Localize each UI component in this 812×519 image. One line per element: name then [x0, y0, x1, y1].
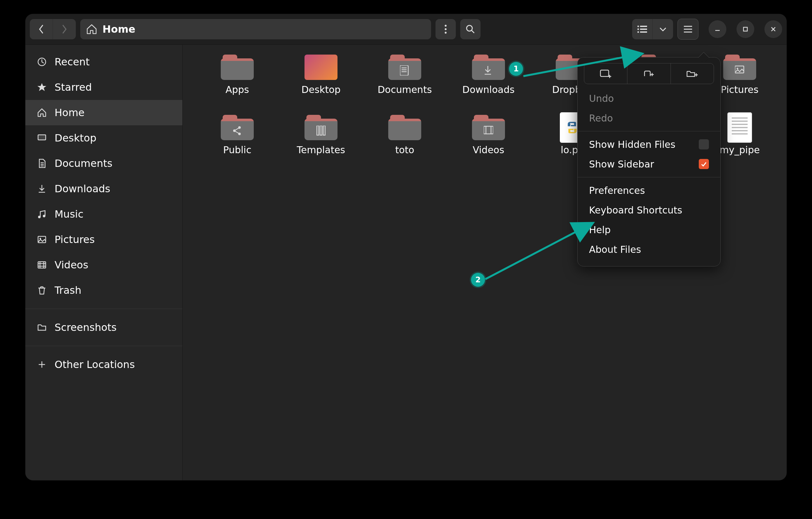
pathbar[interactable]: Home — [80, 19, 431, 39]
clock-icon — [36, 56, 48, 67]
popover-action-row — [584, 63, 714, 84]
folder-icon — [388, 55, 421, 80]
sidebar-item-videos[interactable]: Videos — [25, 252, 182, 278]
close-button[interactable] — [764, 20, 782, 38]
svg-rect-31 — [38, 262, 46, 268]
path-options-button[interactable] — [435, 19, 456, 39]
svg-rect-10 — [640, 31, 647, 33]
svg-point-51 — [737, 68, 738, 69]
search-button[interactable] — [460, 19, 481, 39]
new-window-icon — [600, 68, 612, 79]
file-label: Public — [223, 144, 252, 156]
file-label: Desktop — [301, 84, 341, 95]
sidebar-item-label: Trash — [55, 284, 82, 296]
file-label: Apps — [226, 84, 249, 95]
document-icon — [36, 158, 48, 169]
forward-button[interactable] — [53, 19, 76, 39]
new-window-button[interactable] — [584, 63, 628, 84]
folder-icon — [388, 115, 421, 140]
maximize-button[interactable] — [736, 20, 754, 38]
file-label: my_pipe — [720, 144, 760, 156]
back-button[interactable] — [30, 19, 53, 39]
svg-point-64 — [573, 131, 574, 132]
trash-icon — [36, 285, 48, 296]
svg-point-30 — [40, 238, 41, 239]
svg-point-5 — [638, 26, 639, 27]
sidebar-item-desktop[interactable]: Desktop — [25, 125, 182, 151]
new-tab-icon — [643, 68, 655, 79]
menu-shortcuts[interactable]: Keyboard Shortcuts — [578, 200, 720, 220]
file-item[interactable]: Templates — [279, 113, 363, 174]
file-item[interactable]: toto — [363, 113, 446, 174]
file-item[interactable]: Videos — [446, 113, 530, 174]
sidebar-other-locations[interactable]: Other Locations — [25, 352, 182, 377]
hamburger-menu-button[interactable] — [677, 19, 698, 40]
menu-undo[interactable]: Undo — [578, 88, 720, 108]
chevron-right-icon — [61, 24, 68, 35]
sidebar-item-label: Downloads — [55, 183, 110, 195]
file-item[interactable]: Documents — [363, 53, 446, 113]
desktop-icon — [36, 132, 48, 144]
folder-icon — [221, 55, 254, 80]
sidebar-item-home[interactable]: Home — [25, 100, 182, 125]
svg-point-27 — [38, 216, 40, 218]
svg-rect-67 — [601, 70, 609, 77]
svg-line-4 — [472, 30, 474, 33]
file-item[interactable]: Public — [195, 113, 279, 174]
view-dropdown-button[interactable] — [653, 19, 673, 39]
svg-rect-58 — [320, 126, 322, 135]
minimize-button[interactable] — [708, 20, 726, 38]
checkbox-checked-icon — [699, 159, 709, 169]
svg-rect-60 — [484, 126, 493, 134]
music-icon — [36, 208, 48, 220]
menu-redo[interactable]: Redo — [578, 108, 720, 128]
sidebar-item-screenshots[interactable]: Screenshots — [25, 315, 182, 340]
svg-point-1 — [445, 28, 446, 30]
sidebar-item-music[interactable]: Music — [25, 201, 182, 227]
view-switcher — [632, 19, 673, 39]
svg-point-7 — [638, 29, 639, 30]
menu-about[interactable]: About Files — [578, 239, 720, 259]
sidebar-item-recent[interactable]: Recent — [25, 49, 182, 75]
svg-line-55 — [235, 128, 238, 130]
file-item[interactable]: Downloads — [446, 53, 530, 113]
sidebar-item-documents[interactable]: Documents — [25, 151, 182, 176]
svg-point-63 — [570, 123, 571, 124]
folder-icon — [472, 55, 505, 80]
svg-point-0 — [445, 25, 446, 27]
sidebar-item-downloads[interactable]: Downloads — [25, 176, 182, 201]
svg-line-56 — [235, 131, 238, 133]
svg-point-28 — [43, 215, 46, 217]
new-tab-button[interactable] — [628, 63, 670, 84]
file-label: Downloads — [462, 84, 515, 95]
new-folder-button[interactable] — [671, 63, 714, 84]
svg-point-2 — [445, 32, 446, 34]
file-manager-window: Home — [25, 14, 787, 480]
sidebar-item-label: Videos — [55, 259, 88, 271]
file-item[interactable]: Apps — [195, 53, 279, 113]
menu-help[interactable]: Help — [578, 220, 720, 239]
file-item[interactable]: Desktop — [279, 53, 363, 113]
sidebar-item-pictures[interactable]: Pictures — [25, 227, 182, 252]
menu-preferences[interactable]: Preferences — [578, 180, 720, 200]
close-icon — [770, 26, 777, 32]
sidebar-item-trash[interactable]: Trash — [25, 278, 182, 303]
video-icon — [36, 259, 48, 270]
chevron-left-icon — [38, 24, 45, 35]
sidebar-item-label: Desktop — [55, 132, 96, 144]
menu-show-sidebar[interactable]: Show Sidebar — [578, 154, 720, 174]
maximize-icon — [742, 26, 749, 32]
svg-point-9 — [638, 31, 639, 33]
desktop-icon — [304, 55, 338, 80]
search-icon — [465, 24, 475, 34]
sidebar-item-label: Music — [55, 208, 83, 220]
sidebar-item-starred[interactable]: Starred — [25, 75, 182, 100]
folder-icon — [36, 322, 48, 333]
sidebar-item-label: Home — [55, 107, 85, 119]
menu-show-hidden[interactable]: Show Hidden Files — [578, 135, 720, 154]
folder-icon — [472, 115, 505, 140]
sidebar-item-label: Documents — [55, 157, 112, 169]
nav-group — [30, 19, 76, 39]
list-view-button[interactable] — [632, 19, 653, 39]
file-label: Documents — [377, 84, 432, 95]
